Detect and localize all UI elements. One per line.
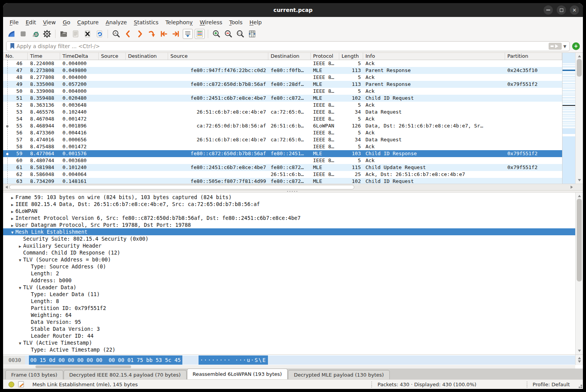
column-header-src[interactable]: Source (168, 53, 268, 60)
resize-grip-icon[interactable] (581, 387, 582, 388)
apply-filter-icon[interactable] (549, 43, 562, 50)
packet-row-52[interactable]: 528.3631360.003648IEEE 8…5Ack (3, 102, 562, 109)
display-filter-input[interactable] (17, 43, 549, 49)
column-header-part[interactable]: Partition (505, 53, 562, 60)
detail-line-16[interactable]: Partition ID: 0x79f551f2 (3, 305, 575, 312)
detail-line-22[interactable]: Type: Active Timestamp (22) (3, 346, 575, 353)
packet-minimap[interactable] (562, 53, 575, 184)
bookmark-icon[interactable] (8, 43, 17, 49)
column-header-delta[interactable]: TimeDelta (60, 53, 99, 60)
scrollbar-thumb[interactable] (577, 199, 582, 281)
detail-scrollbar[interactable] (575, 193, 583, 354)
detail-line-4[interactable]: ▶User Datagram Protocol, Src Port: 19788… (3, 221, 575, 228)
column-header-src_res[interactable]: Source (99, 53, 126, 60)
packet-bytes-pane[interactable]: 0030 00 15 0d 00 00 00 00 00 00 00 01 75… (3, 354, 583, 369)
filter-dropdown-caret-icon[interactable]: ▼ (562, 44, 568, 49)
bytes-hscrollbar[interactable] (3, 365, 575, 369)
column-header-dst[interactable]: Destination (268, 53, 311, 60)
packet-row-54[interactable]: 548.4670480.001472IEEE 8…5Ack (3, 116, 562, 122)
detail-line-19[interactable]: Stable Data Version: 3 (3, 325, 575, 332)
menu-tools[interactable]: Tools (226, 18, 246, 27)
start-capture-icon[interactable] (6, 29, 16, 39)
packet-row-48[interactable]: 488.2778080.004000IEEE 8…5Ack (3, 74, 562, 81)
packet-row-51[interactable]: 518.3594880.020480fe80::2451:c6b7:e8ce:4… (3, 95, 562, 102)
detail-line-1[interactable]: ▶IEEE 802.15.4 Data, Dst: 26:51:c6:b7:e8… (3, 201, 575, 208)
packet-row-58[interactable]: 588.4754880.001472IEEE 8…5Ack (3, 143, 562, 150)
hscrollbar-thumb[interactable] (35, 365, 131, 368)
go-back-icon[interactable] (123, 29, 133, 39)
close-file-icon[interactable] (83, 29, 93, 39)
menu-capture[interactable]: Capture (74, 18, 102, 27)
hscrollbar-thumb[interactable] (9, 185, 354, 189)
packet-row-63[interactable]: 638.7342090.148161fe80::505e:f807:7f81:4… (3, 178, 562, 184)
detail-line-0[interactable]: ▶Frame 59: 103 bytes on wire (824 bits),… (3, 194, 575, 201)
maximize-button[interactable] (557, 5, 566, 15)
packet-row-46[interactable]: 468.2240080.004000IEEE 8…5Ack (3, 60, 562, 67)
resize-columns-icon[interactable] (247, 29, 257, 39)
restart-capture-icon[interactable] (30, 29, 40, 39)
packet-row-62[interactable]: 628.5860480.00406426:51:c6:b…IEEE 8…25Ac… (3, 171, 562, 178)
menu-analyze[interactable]: Analyze (102, 18, 130, 27)
auto-scroll-toggle-icon[interactable] (183, 29, 193, 39)
byte-view-tab-0[interactable]: Frame (103 bytes) (5, 370, 63, 379)
scroll-down-icon[interactable] (576, 349, 583, 354)
tree-expanded-icon[interactable]: ▼ (17, 257, 23, 264)
detail-line-17[interactable]: Weighting: 64 (3, 312, 575, 318)
zoom-in-icon[interactable] (211, 29, 221, 39)
column-header-dst_res[interactable]: Destination (126, 53, 168, 60)
titlebar[interactable]: current.pcap ✕ (3, 3, 583, 17)
menu-go[interactable]: Go (59, 18, 74, 27)
detail-line-7[interactable]: ▶Auxiliary Security Header (3, 242, 575, 249)
find-packet-icon[interactable]: A (111, 29, 121, 39)
scroll-down-icon[interactable] (576, 178, 583, 184)
column-header-proto[interactable]: Protocol (311, 53, 339, 60)
status-profile[interactable]: Profile: Default (533, 382, 570, 387)
go-forward-icon[interactable] (135, 29, 145, 39)
expert-info-icon[interactable] (8, 382, 14, 387)
detail-line-5[interactable]: ▼Mesh Link Establishment (3, 228, 575, 235)
reload-file-icon[interactable] (94, 29, 104, 39)
scroll-right-icon[interactable] (570, 184, 575, 190)
packet-row-53[interactable]: 538.4655760.10244026:51:c6:b7:e8:ce:4b:e… (3, 109, 562, 116)
go-first-packet-icon[interactable] (159, 29, 169, 39)
byte-view-tab-2[interactable]: Reassembled 6LoWPAN (193 bytes) (187, 369, 288, 379)
column-header-len[interactable]: Length (339, 53, 363, 60)
packet-row-57[interactable]: 578.4740160.00065626:51:c6:b7:e8:ce:4b:e… (3, 136, 562, 143)
hex-ascii-selected[interactable]: ········ ···u·S\E (199, 355, 268, 365)
zoom-reset-icon[interactable]: 1:1 (235, 29, 245, 39)
bytes-scrollbar[interactable] (575, 355, 583, 365)
detail-line-6[interactable]: Security Suite: 802.15.4 Security (0x00) (3, 235, 575, 242)
packet-row-55[interactable]: 558.4689440.001896ca:72:65:0d:b7:b8:56:a… (3, 122, 562, 129)
open-file-icon[interactable] (59, 29, 69, 39)
packet-row-47[interactable]: 478.2738080.049800fe80::947f:f476:22bc:c… (3, 67, 562, 74)
hex-bytes-selected[interactable]: 00 15 0d 00 00 00 00 00 00 00 01 75 bb 5… (29, 355, 182, 365)
packet-row-60[interactable]: 608.4807440.003680IEEE 8…5Ack (3, 157, 562, 164)
byte-view-tab-3[interactable]: Decrypted MLE payload (130 bytes) (288, 370, 389, 379)
detail-line-2[interactable]: ▶6LoWPAN (3, 208, 575, 214)
hex-row[interactable]: 0030 00 15 0d 00 00 00 00 00 00 00 01 75… (3, 355, 575, 365)
detail-line-21[interactable]: ▼TLV (Active Timestamp) (3, 339, 575, 346)
go-last-packet-icon[interactable] (171, 29, 181, 39)
scrollbar-thumb[interactable] (577, 59, 582, 77)
detail-line-3[interactable]: ▶Internet Protocol Version 6, Src: fe80:… (3, 214, 575, 221)
detail-line-12[interactable]: Address: b000 (3, 277, 575, 284)
detail-line-15[interactable]: Length: 8 (3, 298, 575, 305)
scroll-down-icon[interactable] (576, 360, 583, 365)
menu-edit[interactable]: Edit (22, 18, 39, 27)
detail-line-9[interactable]: ▼TLV (Source Address = b0:00) (3, 256, 575, 263)
packet-row-56[interactable]: 568.4733600.004416IEEE 8…5Ack (3, 129, 562, 136)
add-filter-button-icon[interactable]: + (572, 42, 580, 50)
byte-view-tab-1[interactable]: Decrypted IEEE 802.15.4 payload (70 byte… (64, 370, 187, 379)
detail-line-11[interactable]: Length: 2 (3, 270, 575, 277)
go-to-packet-icon[interactable] (147, 29, 157, 39)
packet-row-50[interactable]: 508.3390080.004000IEEE 8…5Ack (3, 88, 562, 95)
capture-options-icon[interactable] (42, 29, 52, 39)
tree-expanded-icon[interactable]: ▼ (17, 285, 23, 291)
packet-list-scrollbar[interactable] (575, 53, 583, 184)
column-header-time[interactable]: Time (28, 53, 60, 60)
scroll-up-icon[interactable] (576, 193, 583, 198)
tree-expanded-icon[interactable]: ▼ (9, 229, 15, 236)
menu-file[interactable]: File (6, 18, 22, 27)
detail-line-14[interactable]: Type: Leader Data (11) (3, 291, 575, 298)
detail-line-8[interactable]: Command: Child ID Response (12) (3, 249, 575, 256)
